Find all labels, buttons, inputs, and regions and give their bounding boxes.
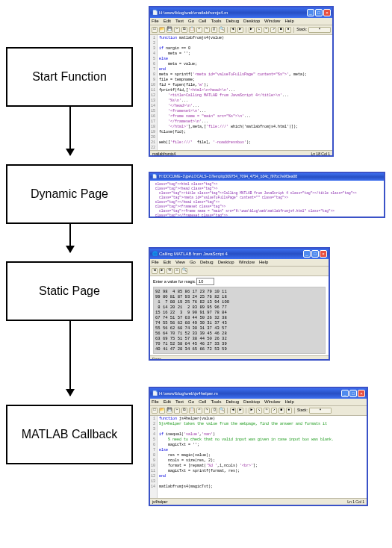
- save-icon[interactable]: 💾: [167, 27, 172, 33]
- menu-edit[interactable]: Edit: [164, 399, 171, 405]
- close-button[interactable]: ×: [358, 390, 365, 397]
- maximize-button[interactable]: □: [315, 9, 323, 16]
- menu-cell[interactable]: Cell: [199, 399, 206, 405]
- breakpoint-icon[interactable]: ●: [286, 408, 292, 414]
- back-icon[interactable]: ◀: [230, 408, 236, 414]
- step-out-icon[interactable]: ↗: [270, 27, 276, 33]
- menu-debug[interactable]: Debug: [200, 260, 214, 265]
- copy-icon[interactable]: ⧉: [181, 27, 187, 33]
- menu-text[interactable]: Text: [175, 19, 184, 24]
- menu-file[interactable]: File: [152, 19, 159, 24]
- menu-tools[interactable]: Tools: [211, 19, 221, 24]
- menu-edit[interactable]: Edit: [164, 260, 171, 265]
- save-icon[interactable]: 💾: [167, 408, 172, 414]
- window-titlebar[interactable]: 📄 H:\www\blog\web\js4helper.m _ □ ×: [150, 388, 367, 399]
- menu-text[interactable]: Text: [175, 399, 184, 405]
- menu-file[interactable]: File: [152, 399, 159, 405]
- generated-html-window: 📄 H:\DOCUME~1\jpe\LOCALS~1\Temp\tp369754…: [149, 172, 385, 218]
- menu-go[interactable]: Go: [188, 399, 194, 405]
- close-button[interactable]: ×: [320, 250, 327, 258]
- menu-debug[interactable]: Debug: [225, 19, 239, 24]
- menu-file[interactable]: File: [152, 260, 159, 265]
- window-title: H:\www\blog\web\matlabfromjs4.m: [159, 10, 307, 16]
- undo-icon[interactable]: ↶: [196, 27, 202, 33]
- stack-dropdown[interactable]: ▾: [309, 408, 332, 414]
- magic-input[interactable]: 10: [196, 278, 214, 285]
- line-gutter: 123456789101112131415161718192021222324: [150, 35, 158, 150]
- undo-icon[interactable]: ↶: [196, 408, 202, 414]
- new-icon[interactable]: □: [152, 27, 158, 33]
- stop-icon[interactable]: ■: [279, 408, 284, 414]
- menu-window[interactable]: Window: [264, 19, 280, 24]
- menu-bar: FileEditViewGoDebugDesktopWindowHelp: [150, 259, 329, 267]
- menu-view[interactable]: View: [175, 260, 185, 265]
- reload-icon[interactable]: ⟲: [167, 268, 172, 274]
- step-over-icon[interactable]: ↷: [264, 408, 270, 414]
- menu-go[interactable]: Go: [188, 19, 194, 24]
- minimize-button[interactable]: _: [303, 250, 311, 258]
- menu-edit[interactable]: Edit: [164, 19, 171, 24]
- redo-icon[interactable]: ↷: [204, 27, 210, 33]
- maximize-button[interactable]: □: [349, 390, 357, 397]
- html-source-body: class="tag"><html class="tag">> class="t…: [150, 181, 384, 218]
- menu-help[interactable]: Help: [259, 260, 268, 265]
- menu-window[interactable]: Window: [239, 260, 255, 265]
- menu-help[interactable]: Help: [284, 19, 293, 24]
- find-icon[interactable]: 🔍: [219, 408, 225, 414]
- redo-icon[interactable]: ↷: [204, 408, 210, 414]
- minimize-button[interactable]: _: [341, 390, 349, 397]
- toolbar-separator: [246, 27, 246, 33]
- cut-icon[interactable]: ✂: [174, 408, 180, 414]
- run-icon[interactable]: ▶: [249, 27, 255, 33]
- step-in-icon[interactable]: ↘: [256, 27, 262, 33]
- maximize-button[interactable]: □: [311, 250, 319, 258]
- print-icon[interactable]: ⎙: [211, 408, 217, 414]
- stack-dropdown[interactable]: ▾: [308, 27, 331, 33]
- fwd-icon[interactable]: ▶: [237, 27, 243, 33]
- menu-desktop[interactable]: Desktop: [243, 399, 260, 405]
- copy-icon[interactable]: ⧉: [181, 408, 187, 414]
- arrow-down-icon: [69, 321, 71, 396]
- back-icon[interactable]: ◀: [152, 268, 158, 274]
- back-icon[interactable]: ◀: [230, 27, 236, 33]
- flow-label: Start Function: [32, 69, 107, 84]
- find-icon[interactable]: 🔍: [181, 268, 187, 274]
- close-button[interactable]: ×: [323, 9, 331, 16]
- paste-icon[interactable]: 📋: [189, 27, 195, 33]
- home-icon[interactable]: ⌂: [174, 268, 180, 274]
- status-bar: js4helper Ln 1 Col 1: [150, 498, 367, 505]
- step-out-icon[interactable]: ↗: [271, 408, 277, 414]
- window-title: H:\www\blog\web\js4helper.m: [159, 391, 341, 396]
- breakpoint-icon[interactable]: ●: [285, 27, 291, 33]
- print-icon[interactable]: ⎙: [211, 27, 217, 33]
- window-titlebar[interactable]: 🌐 Calling MATLAB from JavaScript 4 _ □ ×: [150, 249, 329, 259]
- paste-icon[interactable]: 📋: [189, 408, 195, 414]
- app-icon: 📄: [152, 390, 158, 396]
- menu-desktop[interactable]: Desktop: [243, 19, 260, 24]
- cut-icon[interactable]: ✂: [174, 27, 180, 33]
- minimize-button[interactable]: _: [307, 9, 314, 16]
- menu-help[interactable]: Help: [284, 399, 293, 405]
- fwd-icon[interactable]: ▶: [237, 408, 243, 414]
- stop-icon[interactable]: ■: [278, 27, 284, 33]
- window-titlebar[interactable]: 📄 H:\DOCUME~1\jpe\LOCALS~1\Temp\tp369754…: [150, 173, 384, 181]
- menu-cell[interactable]: Cell: [199, 19, 206, 24]
- menu-window[interactable]: Window: [264, 399, 280, 405]
- step-in-icon[interactable]: ↘: [256, 408, 262, 414]
- find-icon[interactable]: 🔍: [219, 27, 225, 33]
- prompt-row: Enter a value for magic 10: [153, 278, 326, 285]
- step-over-icon[interactable]: ↷: [264, 27, 270, 33]
- code-area[interactable]: function matlabfromjs4(value) if nargin …: [158, 35, 308, 150]
- open-icon[interactable]: 📂: [159, 408, 165, 414]
- window-titlebar[interactable]: 📄 H:\www\blog\web\matlabfromjs4.m _ □ ×: [150, 7, 332, 18]
- open-icon[interactable]: 📂: [159, 27, 165, 33]
- status-bar: Done: [150, 355, 329, 361]
- menu-tools[interactable]: Tools: [211, 399, 221, 405]
- code-area[interactable]: function js4helper(value) %js4helper tak…: [158, 416, 335, 498]
- run-icon[interactable]: ▶: [249, 408, 255, 414]
- fwd-icon[interactable]: ▶: [159, 268, 165, 274]
- menu-go[interactable]: Go: [190, 260, 196, 265]
- new-icon[interactable]: □: [152, 408, 158, 414]
- menu-debug[interactable]: Debug: [225, 399, 239, 405]
- menu-desktop[interactable]: Desktop: [218, 260, 234, 265]
